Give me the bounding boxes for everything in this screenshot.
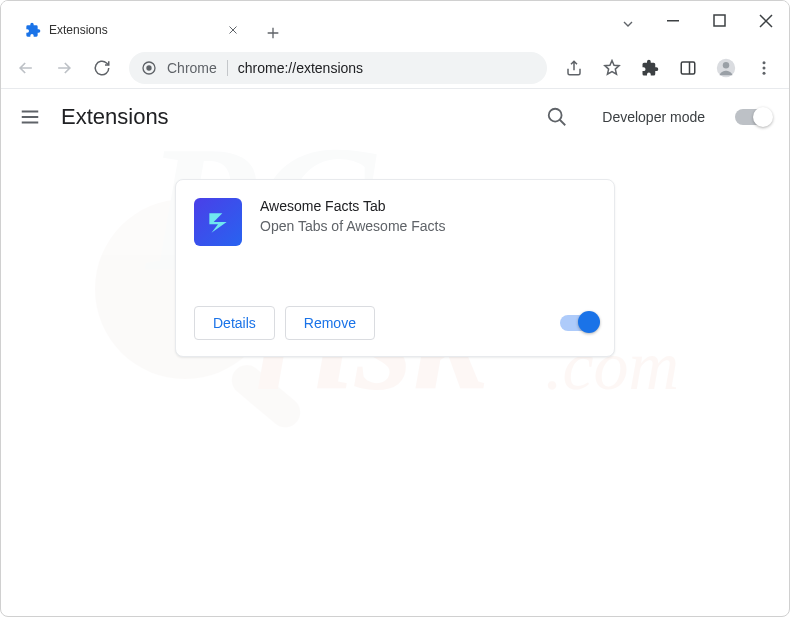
svg-point-14 <box>763 71 766 74</box>
omnibox-url: chrome://extensions <box>238 60 363 76</box>
extension-description: Open Tabs of Awesome Facts <box>260 218 445 234</box>
menu-icon[interactable] <box>747 51 781 85</box>
chrome-icon <box>141 60 157 76</box>
developer-mode-toggle[interactable] <box>735 109 771 125</box>
omnibox-separator <box>227 60 228 76</box>
browser-tab[interactable]: Extensions <box>13 13 253 47</box>
extension-card: Awesome Facts Tab Open Tabs of Awesome F… <box>175 179 615 357</box>
svg-point-15 <box>549 109 562 122</box>
extension-icon <box>194 198 242 246</box>
svg-rect-9 <box>681 62 695 74</box>
page-title: Extensions <box>61 104 169 130</box>
share-icon[interactable] <box>557 51 591 85</box>
developer-mode-label: Developer mode <box>602 109 705 125</box>
extensions-header: Extensions Developer mode <box>1 89 789 145</box>
maximize-button[interactable] <box>697 1 743 41</box>
extensions-icon[interactable] <box>633 51 667 85</box>
close-button[interactable] <box>743 1 789 41</box>
window-titlebar: Extensions <box>1 1 789 47</box>
svg-rect-1 <box>226 359 307 433</box>
puzzle-icon <box>25 22 41 38</box>
svg-point-8 <box>146 65 151 70</box>
tab-title: Extensions <box>49 23 217 37</box>
reload-button[interactable] <box>85 51 119 85</box>
tab-close-icon[interactable] <box>225 22 241 38</box>
hamburger-icon[interactable] <box>19 106 41 128</box>
svg-point-11 <box>723 62 729 68</box>
svg-point-13 <box>763 66 766 69</box>
sidepanel-icon[interactable] <box>671 51 705 85</box>
details-button[interactable]: Details <box>194 306 275 340</box>
new-tab-button[interactable] <box>259 19 287 47</box>
extension-name: Awesome Facts Tab <box>260 198 445 214</box>
search-icon[interactable] <box>546 106 568 128</box>
bookmark-icon[interactable] <box>595 51 629 85</box>
extension-enable-toggle[interactable] <box>560 315 596 331</box>
extensions-main: Awesome Facts Tab Open Tabs of Awesome F… <box>1 145 789 357</box>
address-bar[interactable]: Chrome chrome://extensions <box>129 52 547 84</box>
omnibox-scheme: Chrome <box>167 60 217 76</box>
window-controls <box>605 1 789 47</box>
chevron-down-icon[interactable] <box>605 1 651 47</box>
tab-strip: Extensions <box>1 1 287 47</box>
minimize-button[interactable] <box>651 1 697 41</box>
remove-button[interactable]: Remove <box>285 306 375 340</box>
back-button[interactable] <box>9 51 43 85</box>
profile-icon[interactable] <box>709 51 743 85</box>
svg-rect-5 <box>667 20 679 22</box>
svg-rect-6 <box>714 15 725 26</box>
svg-point-12 <box>763 61 766 64</box>
browser-toolbar: Chrome chrome://extensions <box>1 47 789 89</box>
forward-button[interactable] <box>47 51 81 85</box>
